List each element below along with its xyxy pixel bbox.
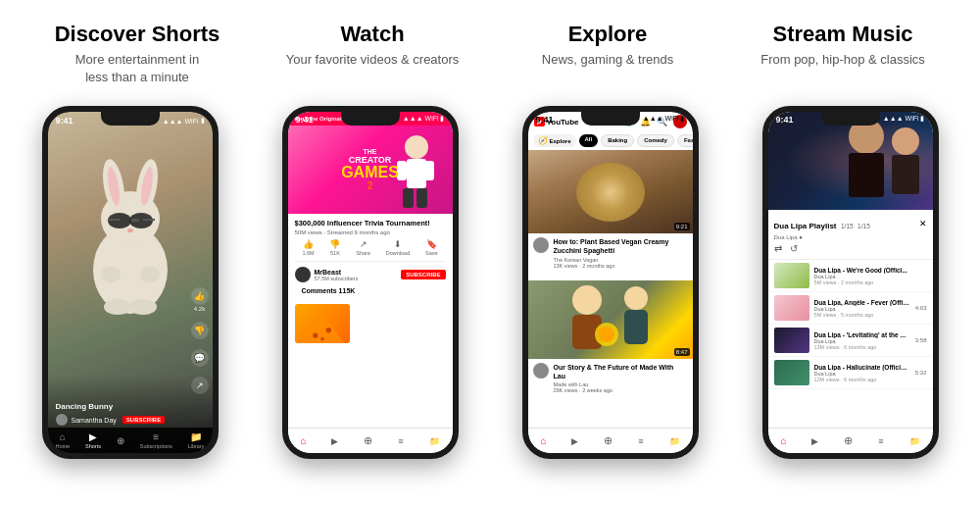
dislike-action[interactable]: 👎 (191, 322, 209, 339)
chip-comedy[interactable]: Comedy (637, 134, 674, 147)
shorts-channel-row: Samantha Day SUBSCRIBE (56, 414, 183, 426)
nav-shorts[interactable]: ▶ Shorts (85, 431, 101, 449)
music-meta-3: 13M views · 6 months ago (814, 344, 910, 350)
svg-point-25 (320, 337, 324, 341)
dislike-action-icon: 👎 (329, 239, 340, 249)
music-item-2[interactable]: Dua Lipa, Angèle - Fever (Offic... Dua L… (768, 292, 933, 325)
video-thumb-pasta[interactable]: 9:21 (528, 150, 693, 233)
video-thumb-people[interactable]: 8:47 (528, 280, 693, 359)
p3-nav-home[interactable]: ⌂ (540, 435, 546, 446)
p4-nav-library[interactable]: 📁 (909, 436, 920, 446)
nav-library[interactable]: 📁 Library (188, 431, 205, 449)
chip-baking[interactable]: Baking (601, 134, 634, 147)
p4-nav-subs[interactable]: ≡ (878, 436, 883, 446)
p4-nav-plus[interactable]: ⊕ (844, 434, 853, 447)
ch-details: MrBeast 57.5M subscribers (315, 269, 359, 281)
related-thumbs (288, 304, 453, 343)
feature-headers: Discover Shorts More entertainment inles… (0, 0, 980, 96)
chip-fashion[interactable]: Fashion (677, 134, 693, 147)
p2-nav-library[interactable]: 📁 (429, 436, 440, 446)
plus-icon: ⊕ (117, 435, 124, 446)
library-icon: 📁 (190, 431, 202, 442)
creator-games-thumbnail[interactable]: THE CREATOR GAMES 2 (288, 126, 453, 214)
repeat-icon[interactable]: ↺ (790, 243, 798, 254)
music-duration-4: 5:32 (915, 370, 927, 376)
phone2-wrapper: 9:41 ▲▲▲ WiFi ▮ YouTube Originals THE CR… (263, 106, 478, 459)
video1-details: How to: Plant Based Vegan Creamy Zucchin… (554, 237, 688, 268)
like-action[interactable]: 👍 4.2k (191, 287, 209, 312)
playlist-controls: ⇄ ↺ (774, 243, 927, 254)
channel-avatar-1 (56, 414, 68, 426)
explore-chip[interactable]: 🧭 Explore (533, 134, 576, 147)
svg-point-14 (104, 299, 131, 315)
svg-point-16 (405, 135, 428, 159)
music-meta-4: 12M views · 6 months ago (814, 377, 910, 382)
related-thumb-1[interactable] (295, 304, 350, 343)
p2-subs-icon: ≡ (398, 436, 403, 446)
close-playlist-btn[interactable]: ✕ (919, 219, 927, 228)
p2-plus-icon: ⊕ (364, 434, 372, 447)
subscribe-btn-1[interactable]: SUBSCRIBE (122, 416, 165, 424)
svg-rect-10 (143, 219, 155, 221)
nav-home[interactable]: ⌂ Home (55, 431, 70, 449)
status-bar-3: 9:41 ▲▲▲ WiFi ▮ (528, 112, 693, 126)
p2-nav-shorts[interactable]: ▶ (331, 436, 338, 446)
music-item-3[interactable]: Dua Lipa - 'Levitating' at the AMAs 2020… (768, 325, 933, 357)
screen-watch: 9:41 ▲▲▲ WiFi ▮ YouTube Originals THE CR… (288, 112, 453, 453)
share-btn[interactable]: ↗ Share (356, 239, 370, 256)
p2-nav-subs[interactable]: ≡ (398, 436, 403, 446)
p4-nav-shorts[interactable]: ▶ (811, 436, 818, 446)
p3-nav-shorts[interactable]: ▶ (571, 436, 578, 446)
playlist-count: 1/15 (841, 223, 854, 229)
svg-point-24 (325, 328, 330, 332)
bunny-character (72, 127, 189, 324)
p2-home-icon: ⌂ (300, 435, 306, 446)
watch-title: Watch (265, 22, 480, 47)
p4-nav-home[interactable]: ⌂ (780, 435, 786, 446)
p2-nav-plus[interactable]: ⊕ (364, 434, 372, 447)
chip-all[interactable]: All (579, 134, 599, 147)
p2-nav-home[interactable]: ⌂ (300, 435, 306, 446)
p4-home-icon: ⌂ (780, 435, 786, 446)
status-icons-3: ▲▲▲ WiFi ▮ (643, 115, 685, 125)
phone1-wrapper: 9:41 ▲▲▲ WiFi ▮ (23, 106, 238, 459)
dislike-btn[interactable]: 👎 51K (329, 239, 340, 256)
channel-info-2: MrBeast 57.5M subscribers (295, 267, 359, 282)
music-item-4[interactable]: Dua Lipa - Hallucinate (Official Music V… (768, 357, 933, 389)
phones-row: 9:41 ▲▲▲ WiFi ▮ (0, 96, 980, 506)
subscriptions-icon: ≡ (153, 431, 159, 442)
music-title-1: Dua Lipa - We're Good (Offici... (814, 267, 927, 274)
music-thumb-4 (774, 360, 809, 385)
download-btn[interactable]: ⬇ Download (386, 239, 410, 256)
comment-action[interactable]: 💬 (191, 349, 209, 367)
status-icons-1: ▲▲▲ WiFi ▮ (163, 116, 205, 126)
section-explore: Explore News, gaming & trends (500, 22, 715, 86)
shorts-title: Discover Shorts (29, 22, 245, 47)
p4-shorts-icon: ▶ (811, 436, 818, 446)
svg-point-15 (129, 299, 157, 315)
home-icon: ⌂ (60, 431, 66, 442)
nav-plus[interactable]: ⊕ (117, 435, 124, 446)
status-bar-1: 9:41 ▲▲▲ WiFi ▮ (48, 112, 213, 127)
section-music: Stream Music From pop, hip-hop & classic… (735, 22, 951, 86)
svg-point-26 (572, 285, 602, 315)
svg-point-13 (140, 267, 160, 282)
p3-nav-plus[interactable]: ⊕ (604, 434, 612, 447)
music-top-thumbnail[interactable] (768, 112, 933, 210)
people-svg (528, 280, 693, 359)
chips-bar: 🧭 Explore All Baking Comedy Fashion (528, 131, 693, 150)
bottom-nav-2: ⌂ ▶ ⊕ ≡ 📁 (288, 428, 453, 453)
music-item-1[interactable]: Dua Lipa - We're Good (Offici... Dua Lip… (768, 260, 933, 292)
playlist-header: Dua Lipa Playlist 1/15 1/15 ✕ (774, 215, 927, 232)
p3-nav-subs[interactable]: ≡ (638, 436, 643, 446)
pasta-image (576, 163, 645, 222)
p3-nav-library[interactable]: 📁 (669, 436, 680, 446)
like-btn[interactable]: 👍 1.6M (302, 239, 314, 256)
svg-rect-21 (416, 188, 427, 208)
save-btn[interactable]: 🔖 Save (425, 239, 438, 256)
subscribe-btn-2[interactable]: SUBSCRIBE (401, 270, 445, 279)
shuffle-icon[interactable]: ⇄ (774, 243, 782, 254)
nav-subscriptions[interactable]: ≡ Subscriptions (140, 431, 172, 449)
share-action[interactable]: ↗ (191, 377, 209, 394)
video1-info: How to: Plant Based Vegan Creamy Zucchin… (528, 233, 693, 272)
